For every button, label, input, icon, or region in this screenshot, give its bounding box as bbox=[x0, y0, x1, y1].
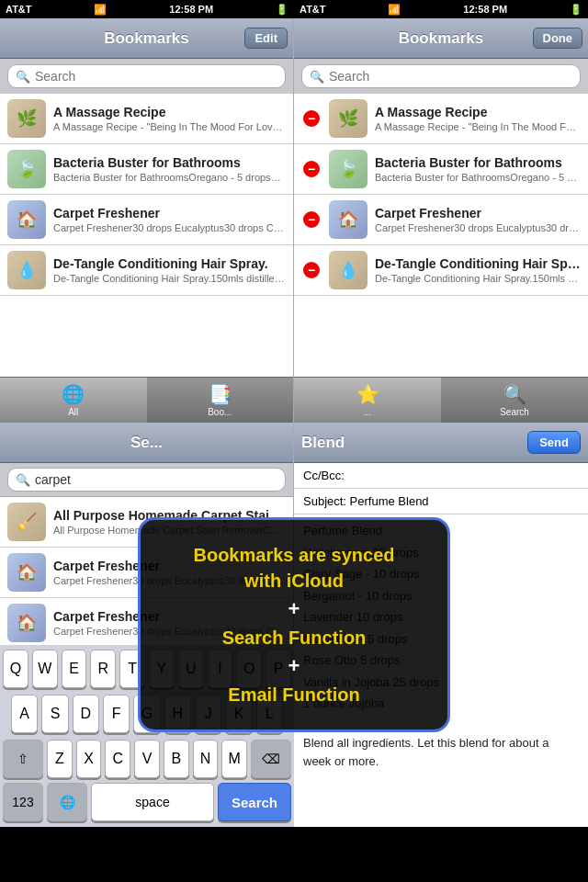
key-b[interactable]: B bbox=[164, 740, 189, 778]
item-title: Carpet Freshener bbox=[375, 206, 581, 220]
item-subtitle: Carpet Freshener30 drops Eucalyptus30 dr… bbox=[375, 222, 581, 233]
search-result-item[interactable]: 🏠 Carpet Freshener Carpet Freshener30 dr… bbox=[0, 598, 293, 649]
cc-bcc-field[interactable]: Cc/Bcc: bbox=[294, 463, 588, 489]
list-item[interactable]: − 🌿 A Massage Recipe A Massage Recipe - … bbox=[294, 94, 588, 144]
result-thumbnail: 🏠 bbox=[7, 553, 46, 592]
item-thumbnail: 💧 bbox=[7, 251, 46, 289]
key-d[interactable]: D bbox=[73, 695, 99, 733]
key-g[interactable]: G bbox=[133, 695, 160, 733]
key-f[interactable]: F bbox=[103, 695, 130, 733]
key-o[interactable]: O bbox=[236, 650, 262, 688]
key-q[interactable]: Q bbox=[3, 650, 28, 688]
key-shift[interactable]: ⇧ bbox=[3, 740, 43, 778]
item-text: Carpet Freshener Carpet Freshener30 drop… bbox=[375, 206, 581, 233]
item-title: A Massage Recipe bbox=[53, 105, 286, 119]
tab-all[interactable]: 🌐All bbox=[0, 378, 147, 423]
delete-button[interactable]: − bbox=[301, 209, 322, 230]
key-123[interactable]: 123 bbox=[3, 783, 43, 821]
key-c[interactable]: C bbox=[105, 740, 130, 778]
item-text: Carpet Freshener Carpet Freshener30 drop… bbox=[53, 206, 286, 233]
bottom-half: Se... 🔍 🧹 All Purpose Homemade Carpet St… bbox=[0, 423, 588, 827]
edit-button[interactable]: Edit bbox=[244, 28, 288, 49]
key-search[interactable]: Search bbox=[218, 783, 291, 821]
list-item[interactable]: − 🏠 Carpet Freshener Carpet Freshener30 … bbox=[294, 195, 588, 245]
subject-field[interactable]: Subject: Perfume Blend bbox=[294, 489, 588, 514]
key-w[interactable]: W bbox=[32, 650, 58, 688]
item-subtitle: A Massage Recipe - "Being In The Mood Fo… bbox=[375, 121, 581, 132]
search-result-item[interactable]: 🏠 Carpet Freshener Carpet Freshener30 dr… bbox=[0, 548, 293, 598]
recipe-nav-title: Blend bbox=[301, 434, 345, 452]
list-item[interactable]: 💧 De-Tangle Conditioning Hair Spray. De-… bbox=[0, 245, 293, 296]
result-title: Carpet Freshener bbox=[53, 609, 286, 624]
result-title: All Purpose Homemade Carpet Stai... bbox=[53, 508, 286, 523]
send-button[interactable]: Send bbox=[527, 431, 581, 454]
key-m[interactable]: M bbox=[221, 740, 247, 778]
search-panel-nav: Se... bbox=[0, 423, 293, 463]
time-right: 12:58 PM bbox=[463, 4, 507, 15]
tab-search-right[interactable]: 🔍Search bbox=[441, 378, 588, 423]
item-title: Carpet Freshener bbox=[53, 206, 286, 220]
key-n[interactable]: N bbox=[193, 740, 219, 778]
search-icon-right: 🔍 bbox=[310, 70, 324, 84]
ingredient-3: Bergamot - 10 drops bbox=[303, 587, 579, 605]
item-text: Bacteria Buster for Bathrooms Bacteria B… bbox=[53, 155, 286, 183]
search-result-item[interactable]: 🧹 All Purpose Homemade Carpet Stai... Al… bbox=[0, 497, 293, 548]
key-globe[interactable]: 🌐 bbox=[47, 783, 87, 821]
key-u[interactable]: U bbox=[178, 650, 204, 688]
list-item[interactable]: 🍃 Bacteria Buster for Bathrooms Bacteria… bbox=[0, 144, 293, 195]
delete-button[interactable]: − bbox=[301, 108, 322, 129]
key-j[interactable]: J bbox=[195, 695, 221, 733]
result-subtitle: All Purpose Homemade Carpet Stain Remove… bbox=[53, 525, 286, 536]
item-thumbnail: 🍃 bbox=[329, 150, 368, 188]
subject-value: Perfume Blend bbox=[350, 494, 429, 508]
key-r[interactable]: R bbox=[90, 650, 116, 688]
item-thumbnail: 🌿 bbox=[7, 99, 46, 138]
key-s[interactable]: S bbox=[41, 695, 68, 733]
key-space[interactable]: space bbox=[91, 783, 214, 821]
key-v[interactable]: V bbox=[134, 740, 160, 778]
item-subtitle: A Massage Recipe - "Being In The Mood Fo… bbox=[53, 121, 286, 132]
result-thumbnail: 🏠 bbox=[7, 604, 46, 642]
key-i[interactable]: I bbox=[208, 650, 233, 688]
key-t[interactable]: T bbox=[119, 650, 145, 688]
carrier-right: AT&T bbox=[300, 4, 326, 15]
ingredient-2: Clary Sage - 10 drops bbox=[303, 565, 579, 583]
ingredient-5: Clove bud - 5 drops bbox=[303, 630, 579, 649]
key-p[interactable]: P bbox=[266, 650, 291, 688]
item-subtitle: De-Tangle Conditioning Hair Spray.150mls… bbox=[375, 273, 581, 284]
recipe-body: Perfume Blend Helichrysum 20 drops Clary… bbox=[294, 514, 588, 827]
delete-button[interactable]: − bbox=[301, 260, 322, 280]
status-bar-left-panel: AT&T 📶 12:58 PM 🔋 bbox=[0, 0, 294, 18]
list-item[interactable]: 🏠 Carpet Freshener Carpet Freshener30 dr… bbox=[0, 195, 293, 245]
done-button[interactable]: Done bbox=[533, 28, 583, 49]
ingredient-8: 1 ounce Jojoba bbox=[303, 695, 579, 713]
list-item[interactable]: − 🍃 Bacteria Buster for Bathrooms Bacter… bbox=[294, 144, 588, 195]
nav-bar-left: Bookmarks Edit bbox=[0, 18, 293, 59]
key-x[interactable]: X bbox=[76, 740, 102, 778]
key-z[interactable]: Z bbox=[47, 740, 73, 778]
battery-left: 🔋 bbox=[276, 4, 288, 16]
ingredient-1: Helichrysum 20 drops bbox=[303, 544, 579, 562]
keyboard-row-4: 123 🌐 space Search bbox=[0, 780, 294, 827]
item-subtitle: De-Tangle Conditioning Hair Spray.150mls… bbox=[53, 273, 286, 284]
key-y[interactable]: Y bbox=[149, 650, 175, 688]
search-field[interactable] bbox=[35, 472, 277, 487]
tab-bookmarks[interactable]: 📑Boo... bbox=[147, 378, 294, 423]
battery-right: 🔋 bbox=[570, 4, 582, 16]
search-input-left[interactable] bbox=[35, 69, 277, 84]
key-k[interactable]: K bbox=[225, 695, 252, 733]
key-l[interactable]: L bbox=[256, 695, 283, 733]
bookmarks-list-left: 🌿 A Massage Recipe A Massage Recipe - "B… bbox=[0, 94, 293, 377]
key-a[interactable]: A bbox=[11, 695, 38, 733]
list-item[interactable]: − 💧 De-Tangle Conditioning Hair Spray. D… bbox=[294, 245, 588, 296]
delete-button[interactable]: − bbox=[301, 159, 322, 179]
key-e[interactable]: E bbox=[62, 650, 87, 688]
ingredient-4: Lavender 10 drops bbox=[303, 608, 579, 627]
tab-label: ... bbox=[364, 407, 371, 417]
key-h[interactable]: H bbox=[164, 695, 191, 733]
tab-favorites-right[interactable]: ⭐... bbox=[294, 378, 441, 423]
item-thumbnail: 🏠 bbox=[329, 200, 368, 239]
list-item[interactable]: 🌿 A Massage Recipe A Massage Recipe - "B… bbox=[0, 94, 293, 144]
search-input-right[interactable] bbox=[329, 69, 572, 84]
key-delete[interactable]: ⌫ bbox=[251, 740, 291, 778]
